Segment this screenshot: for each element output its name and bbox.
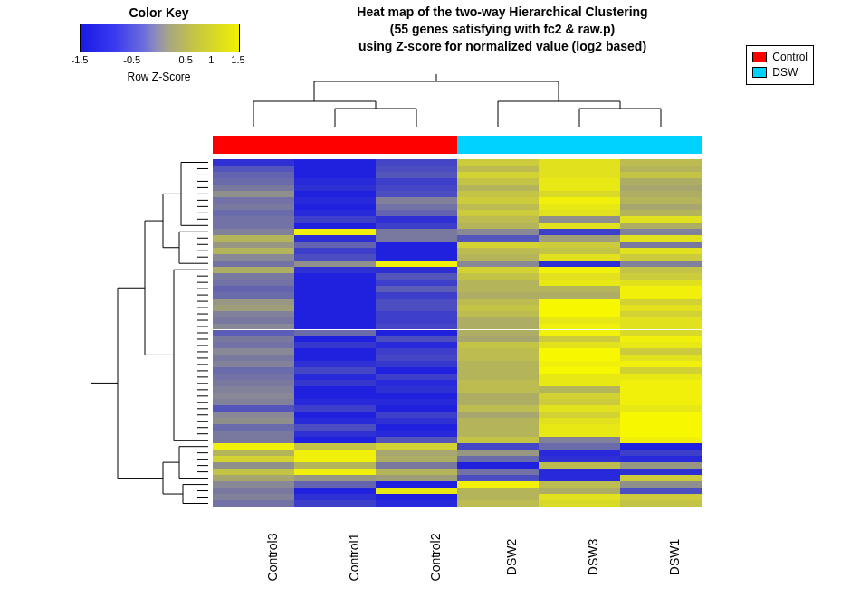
heatmap-cell [376,204,457,210]
heatmap-row [213,267,702,273]
heatmap-cell [213,273,294,280]
heatmap-cell [457,330,539,336]
heatmap-row [213,178,702,185]
heatmap-cell [294,424,376,431]
heatmap-cell [539,254,620,261]
heatmap-row [213,197,702,204]
heatmap-cell [620,450,702,456]
heatmap-cell [620,456,702,462]
heatmap-cell [620,418,702,424]
heatmap-cell [457,412,539,418]
heatmap-cell [539,380,620,386]
heatmap-cell [213,286,294,292]
heatmap-row [213,223,702,229]
heatmap-cell [457,210,539,216]
heatmap-row [213,450,702,456]
heatmap-cell [620,443,702,450]
heatmap-cell [620,185,702,191]
heatmap-row [213,348,702,355]
heatmap-row [213,342,702,348]
heatmap-cell [457,488,539,494]
heatmap-cell [620,475,702,481]
heatmap-cell [620,191,702,197]
heatmap-cell [213,412,294,418]
heatmap-cell [620,412,702,418]
heatmap-cell [457,229,539,235]
heatmap-cell [620,494,702,500]
heatmap-cell [294,159,376,166]
heatmap-cell [294,443,376,450]
heatmap-cell [457,159,539,166]
heatmap-cell [294,336,376,342]
heatmap-row [213,481,702,488]
heatmap-cell [539,267,620,273]
chart-title: Heat map of the two-way Hierarchical Clu… [272,4,733,55]
heatmap-cell [620,324,702,330]
chart-title-line3: using Z-score for normalized value (log2… [272,38,733,55]
heatmap-cell [376,286,457,292]
sample-label: DSW2 [504,539,519,575]
heatmap-cell [294,280,376,286]
heatmap-row [213,159,702,166]
heatmap-cell [457,462,539,469]
heatmap-cell [213,254,294,261]
color-key-gradient [80,24,240,52]
heatmap-cell [539,223,620,229]
heatmap-cell [213,280,294,286]
heatmap-cell [539,324,620,330]
heatmap-cell [620,280,702,286]
heatmap-row [213,292,702,299]
heatmap-cell [294,299,376,305]
heatmap-cell [539,393,620,399]
heatmap-cell [294,431,376,437]
heatmap-row [213,380,702,386]
heatmap-cell [457,469,539,475]
heatmap-cell [294,191,376,197]
legend-label-control: Control [772,50,808,65]
heatmap-cell [457,317,539,324]
heatmap-cell [294,178,376,185]
heatmap-cell [294,361,376,367]
heatmap-row [213,386,702,393]
heatmap-cell [620,374,702,380]
heatmap-cell [457,286,539,292]
heatmap-cell [376,235,457,242]
heatmap-cell [376,393,457,399]
heatmap-cell [457,311,539,317]
heatmap-cell [457,450,539,456]
heatmap-cell [457,216,539,223]
heatmap-cell [620,261,702,267]
heatmap-cell [457,305,539,311]
heatmap-cell [213,311,294,317]
legend-swatch-dsw [752,67,767,78]
heatmap-cell [294,348,376,355]
heatmap-cell [376,210,457,216]
heatmap-cell [539,311,620,317]
heatmap-cell [457,431,539,437]
heatmap-cell [294,355,376,361]
heatmap-cell [539,248,620,254]
heatmap-cell [457,191,539,197]
heatmap-cell [294,166,376,172]
heatmap-cell [457,223,539,229]
heatmap-cell [294,197,376,204]
heatmap-cell [539,475,620,481]
sample-label: Control2 [428,534,443,582]
heatmap-cell [620,361,702,367]
heatmap-cell [539,166,620,172]
heatmap-cell [294,330,376,336]
heatmap-cell [213,450,294,456]
heatmap-cell [457,292,539,299]
heatmap-cell [213,336,294,342]
heatmap-cell [213,348,294,355]
heatmap-cell [376,273,457,280]
heatmap-cell [620,405,702,412]
heatmap-cell [539,204,620,210]
heatmap-cell [294,500,376,507]
heatmap-cell [539,469,620,475]
heatmap-cell [213,216,294,223]
heatmap-cell [457,242,539,248]
heatmap-cell [294,469,376,475]
heatmap-cell [376,399,457,405]
heatmap-cell [376,254,457,261]
